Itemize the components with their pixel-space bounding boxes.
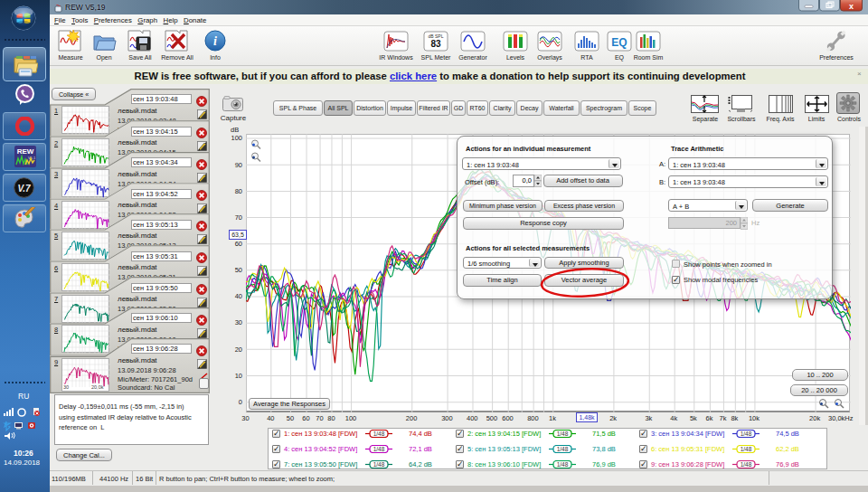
svg-text:i: i [213, 34, 217, 48]
svg-text:1/48: 1/48 [741, 461, 752, 468]
svg-text:1/48: 1/48 [557, 430, 569, 437]
svg-text:1/48: 1/48 [741, 430, 752, 437]
svg-text:V5.1: V5.1 [28, 156, 36, 160]
svg-text:1/48: 1/48 [741, 446, 752, 452]
svg-text:dB SPL: dB SPL [429, 33, 444, 39]
svg-text:1/48: 1/48 [557, 446, 569, 452]
svg-text:EQ: EQ [611, 36, 627, 49]
svg-text:REW: REW [17, 147, 34, 156]
svg-text:1/48: 1/48 [373, 461, 385, 468]
svg-text:1/48: 1/48 [373, 430, 385, 437]
svg-text:1/48: 1/48 [373, 446, 385, 452]
svg-text:x: x [849, 2, 854, 11]
svg-text:83: 83 [430, 39, 441, 49]
svg-text:V.7: V.7 [17, 184, 31, 194]
svg-text:1/48: 1/48 [557, 461, 569, 468]
